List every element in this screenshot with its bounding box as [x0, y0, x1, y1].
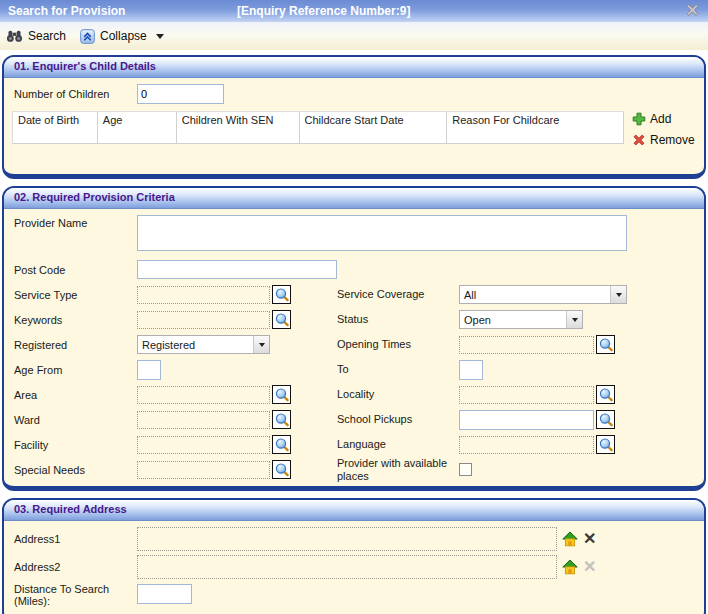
magnifier-icon: [274, 437, 290, 453]
address2-clear-button[interactable]: ✕: [583, 559, 596, 575]
window-title: Search for Provision: [8, 4, 125, 18]
provider-available-places-label: Provider with available places: [337, 457, 459, 482]
form-area: 01. Enquirer's Child Details Number of C…: [0, 50, 708, 614]
column-header-children-with-sen: Children With SEN: [177, 112, 300, 144]
row-registered: Registered Registered Opening Times: [12, 332, 696, 357]
number-of-children-label: Number of Children: [14, 88, 137, 100]
opening-times-field: [459, 336, 594, 354]
chevron-down-icon[interactable]: [566, 311, 582, 328]
registered-value: Registered: [138, 339, 253, 351]
section-provision-criteria-title: 02. Required Provision Criteria: [4, 188, 704, 209]
row-number-of-children: Number of Children: [12, 82, 696, 106]
address1-label: Address1: [14, 533, 137, 545]
distance-to-search-input[interactable]: [137, 584, 192, 604]
titlebar: Search for Provision [Enquiry Reference …: [0, 0, 708, 22]
toolbar: Search Collapse: [0, 22, 708, 50]
school-pickups-label: School Pickups: [337, 413, 459, 426]
locality-label: Locality: [337, 388, 459, 401]
collapse-button[interactable]: Collapse: [80, 29, 164, 44]
magnifier-icon: [274, 287, 290, 303]
row-post-code: Post Code: [12, 257, 696, 282]
collapse-dropdown-caret-icon[interactable]: [156, 34, 164, 43]
section-child-details-body: Number of Children Date of Birth Age Chi…: [4, 78, 704, 174]
area-field: [137, 386, 270, 404]
locality-lookup-button[interactable]: [596, 385, 615, 404]
ward-field: [137, 411, 270, 429]
chevron-down-icon[interactable]: [253, 336, 269, 353]
row-keywords: Keywords Status Open: [12, 307, 696, 332]
collapse-icon: [80, 29, 95, 44]
special-needs-lookup-button[interactable]: [272, 460, 291, 479]
ward-label: Ward: [14, 414, 137, 426]
row-special-needs: Special Needs Provider with available pl…: [12, 457, 696, 482]
to-label: To: [337, 363, 459, 376]
ward-lookup-button[interactable]: [272, 410, 291, 429]
service-coverage-value: All: [460, 289, 610, 301]
x-icon-disabled: ✕: [583, 559, 596, 575]
magnifier-icon: [598, 387, 614, 403]
facility-label: Facility: [14, 439, 137, 451]
service-coverage-label: Service Coverage: [337, 288, 459, 301]
facility-lookup-button[interactable]: [272, 435, 291, 454]
service-type-field: [137, 286, 270, 304]
address2-home-button[interactable]: [562, 559, 578, 575]
special-needs-field: [137, 461, 270, 479]
magnifier-icon: [274, 387, 290, 403]
address1-clear-button[interactable]: ✕: [583, 531, 596, 547]
row-area: Area Locality: [12, 382, 696, 407]
section-provision-criteria: 02. Required Provision Criteria Provider…: [2, 186, 706, 491]
search-button[interactable]: Search: [6, 29, 66, 43]
magnifier-icon: [598, 412, 614, 428]
opening-times-lookup-button[interactable]: [596, 335, 615, 354]
provider-name-input[interactable]: [137, 215, 627, 251]
keywords-lookup-button[interactable]: [272, 310, 291, 329]
enquiry-reference: [Enquiry Reference Number:9]: [237, 4, 410, 18]
keywords-label: Keywords: [14, 314, 137, 326]
remove-button-label: Remove: [650, 133, 695, 147]
magnifier-icon: [598, 437, 614, 453]
row-address2: Address2 ✕: [12, 553, 696, 581]
magnifier-icon: [598, 337, 614, 353]
post-code-input[interactable]: [137, 260, 337, 279]
number-of-children-input[interactable]: [137, 84, 224, 104]
table-actions: Add Remove: [632, 111, 695, 147]
locality-field: [459, 386, 594, 404]
distance-to-search-label: Distance To Search (Miles):: [14, 583, 137, 607]
row-ward: Ward School Pickups: [12, 407, 696, 432]
age-from-input[interactable]: [137, 360, 161, 380]
facility-field: [137, 436, 270, 454]
magnifier-icon: [274, 462, 290, 478]
language-lookup-button[interactable]: [596, 435, 615, 454]
section-child-details: 01. Enquirer's Child Details Number of C…: [2, 55, 706, 179]
home-icon: [562, 559, 578, 575]
x-icon: ✕: [583, 531, 596, 547]
remove-button[interactable]: Remove: [632, 133, 695, 147]
address1-home-button[interactable]: [562, 531, 578, 547]
provider-available-places-checkbox[interactable]: [459, 463, 472, 476]
area-lookup-button[interactable]: [272, 385, 291, 404]
language-field: [459, 436, 594, 454]
section-child-details-title: 01. Enquirer's Child Details: [4, 57, 704, 78]
registered-dropdown[interactable]: Registered: [137, 335, 270, 354]
home-icon: [562, 531, 578, 547]
add-button[interactable]: Add: [632, 112, 695, 126]
language-label: Language: [337, 438, 459, 451]
school-pickups-input[interactable]: [459, 410, 594, 430]
close-button[interactable]: [682, 2, 702, 20]
service-coverage-dropdown[interactable]: All: [459, 285, 627, 304]
row-service-type: Service Type Service Coverage All: [12, 282, 696, 307]
address2-field: [137, 555, 557, 579]
opening-times-label: Opening Times: [337, 338, 459, 351]
children-table: Date of Birth Age Children With SEN Chil…: [12, 111, 696, 147]
section-required-address: 03. Required Address Address1 ✕ Address2: [2, 498, 706, 614]
provider-name-label: Provider Name: [14, 215, 137, 229]
column-header-childcare-start-date: Childcare Start Date: [300, 112, 448, 144]
service-type-label: Service Type: [14, 289, 137, 301]
to-input[interactable]: [459, 360, 483, 380]
green-plus-icon: [632, 112, 646, 126]
section-provision-criteria-body: Provider Name Post Code Service Type Ser…: [4, 209, 704, 486]
school-pickups-lookup-button[interactable]: [596, 410, 615, 429]
status-dropdown[interactable]: Open: [459, 310, 583, 329]
chevron-down-icon[interactable]: [610, 286, 626, 303]
service-type-lookup-button[interactable]: [272, 285, 291, 304]
